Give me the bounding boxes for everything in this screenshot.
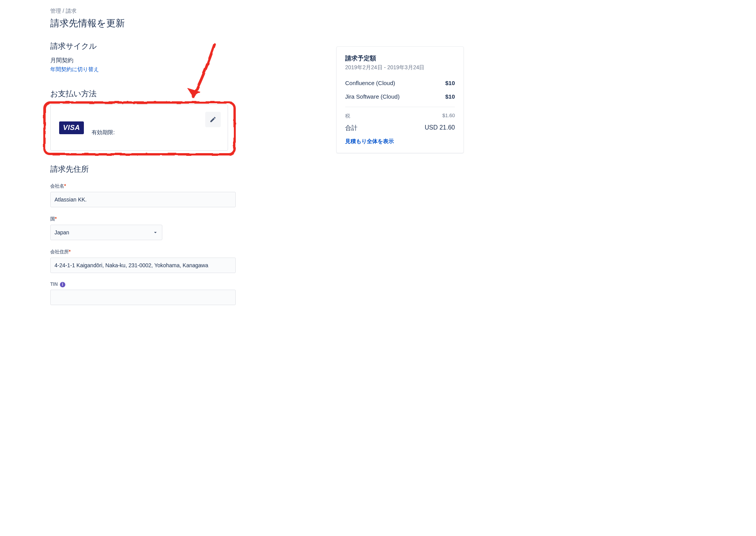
card-expiry-label: 有効期限: [92, 129, 115, 136]
estimate-line-item: Confluence (Cloud) $10 [345, 80, 455, 86]
info-icon[interactable]: i [60, 282, 65, 287]
total-row: 合計 USD 21.60 [345, 124, 455, 132]
company-input[interactable] [50, 192, 236, 207]
switch-to-annual-link[interactable]: 年間契約に切り替え [50, 66, 99, 72]
estimate-card: 請求予定額 2019年2月24日 - 2019年3月24日 Confluence… [336, 46, 464, 153]
total-label: 合計 [345, 124, 358, 132]
item-price: $10 [445, 80, 455, 86]
breadcrumb-billing[interactable]: 請求 [66, 8, 77, 14]
tin-input[interactable] [50, 290, 236, 305]
tax-row: 税 $1.60 [345, 113, 455, 119]
payment-method-heading: お支払い方法 [50, 89, 321, 99]
billing-address-heading: 請求先住所 [50, 164, 321, 174]
billing-cycle-heading: 請求サイクル [50, 41, 321, 51]
item-price: $10 [445, 93, 455, 100]
item-name: Confluence (Cloud) [345, 80, 395, 86]
visa-badge: VISA [59, 121, 84, 134]
total-value: USD 21.60 [425, 124, 455, 132]
pencil-icon [209, 116, 216, 123]
country-label: 国* [50, 216, 321, 222]
address-label: 会社住所* [50, 249, 321, 255]
view-full-estimate-link[interactable]: 見積もり全体を表示 [345, 138, 394, 144]
estimate-range: 2019年2月24日 - 2019年3月24日 [345, 64, 455, 71]
breadcrumb-sep: / [61, 8, 66, 14]
tax-label: 税 [345, 113, 350, 119]
address-input[interactable] [50, 258, 236, 273]
tax-value: $1.60 [442, 113, 455, 119]
estimate-title: 請求予定額 [345, 55, 455, 63]
current-plan: 月間契約 [50, 57, 321, 64]
breadcrumb-admin[interactable]: 管理 [50, 8, 61, 14]
tin-label: TIN i [50, 282, 321, 287]
divider [345, 107, 455, 107]
page-title: 請求先情報を更新 [50, 17, 321, 29]
edit-payment-button[interactable] [205, 112, 221, 127]
estimate-line-item: Jira Software (Cloud) $10 [345, 93, 455, 100]
payment-card: VISA 有効期限: [50, 104, 228, 151]
item-name: Jira Software (Cloud) [345, 93, 400, 100]
country-select[interactable]: Japan [50, 225, 162, 240]
company-label: 会社名* [50, 183, 321, 189]
breadcrumb: 管理 / 請求 [50, 8, 321, 15]
